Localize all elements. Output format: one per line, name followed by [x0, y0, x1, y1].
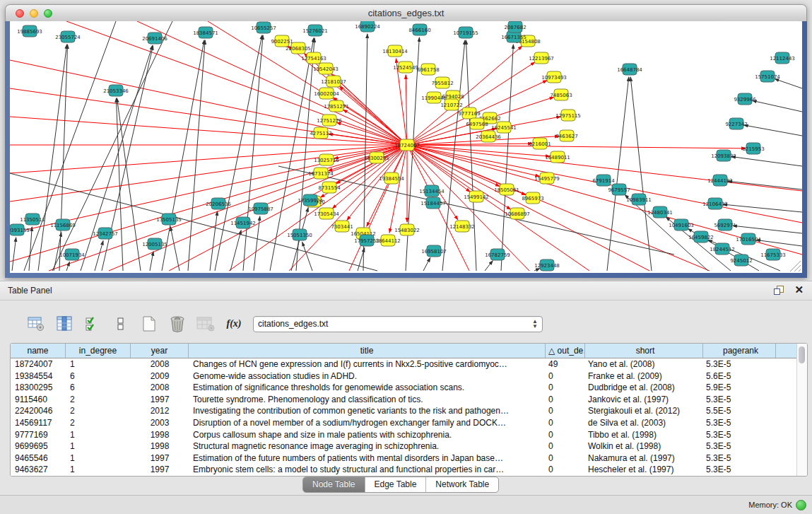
node-label: 12524549 [393, 65, 418, 71]
node-label: 15495779 [534, 176, 560, 182]
node-label: 17957253 [354, 238, 379, 244]
node-label: 12444183 [707, 178, 733, 184]
node-label: 15134454 [419, 189, 445, 194]
table-cell: 9465546 [11, 452, 66, 465]
table-row[interactable]: 1830029562008Estimation of significance … [11, 382, 796, 394]
table-cell: Tourette syndrome. Phenomenology and cla… [189, 394, 546, 406]
table-cell: Embryonic stem cells: a model to study s… [189, 464, 546, 476]
table-row[interactable]: 977716911998Corpus callosum shape and si… [11, 429, 796, 441]
node-label: 7955812 [431, 81, 453, 86]
table-cell: 1 [66, 452, 131, 465]
table-row[interactable]: 911546021997Tourette syndrome. Phenomeno… [11, 394, 796, 406]
tab-edge-table[interactable]: Edge Table [365, 477, 427, 492]
table-cell: 2 [66, 394, 131, 406]
node-label: 11675333 [760, 252, 786, 258]
tab-network-table[interactable]: Network Table [426, 477, 498, 492]
column-header-year[interactable]: year [131, 344, 189, 358]
table-type-tabs: Node TableEdge TableNetwork Table [302, 477, 499, 493]
rows-icon[interactable] [112, 315, 130, 333]
table-vertical-scrollbar[interactable] [796, 344, 807, 476]
table-row[interactable]: 969969511998Structural magnetic resonanc… [11, 440, 796, 452]
table-row[interactable]: 946554611997Estimation of the future num… [11, 452, 796, 465]
node-label: 15276021 [302, 28, 328, 34]
scrollbar-thumb[interactable] [799, 346, 805, 363]
node-label: 7303441 [331, 224, 353, 230]
table-panel-header: Table Panel ✕ [0, 281, 812, 300]
node-label: 15051350 [287, 233, 312, 238]
network-canvas[interactable]: 1872400716154808122139671097349374850631… [10, 21, 802, 273]
table-row[interactable]: 1872400712008Changes of HCN gene express… [11, 358, 796, 370]
table-cell: 5.3E-5 [703, 417, 776, 429]
network-graph[interactable]: 1872400716154808122139671097349374850631… [10, 21, 802, 273]
node-label: 5692971 [714, 223, 736, 228]
table-cell: de Silva et al. (2003) [585, 417, 703, 429]
new-document-icon[interactable] [140, 315, 158, 333]
column-header-pagerank[interactable]: pagerank [703, 344, 776, 358]
node-label: 8731554 [318, 185, 341, 191]
network-frame-border: 1872400716154808122139671097349374850631… [5, 21, 807, 278]
attribute-table: namein_degreeyeartitle△ out_de…shortpage… [10, 343, 808, 477]
table-cell: Stergiakouli et al. (2012) [585, 405, 703, 417]
table-cell: 0 [546, 382, 585, 394]
resize-grip-icon[interactable] [790, 261, 801, 271]
close-icon[interactable]: ✕ [794, 284, 804, 296]
column-header-short[interactable]: short [585, 344, 703, 358]
table-cell: 2009 [131, 370, 189, 382]
memory-status-label: Memory: OK [748, 501, 792, 509]
window-titlebar[interactable]: citations_edges.txt [5, 4, 807, 23]
table-cell: 0 [546, 417, 585, 429]
column-header-title[interactable]: title [189, 344, 546, 358]
table-cell: 1997 [131, 464, 189, 476]
node-label: 8466160 [408, 28, 430, 33]
table-cell: 5.3E-5 [703, 452, 776, 465]
delete-icon[interactable] [168, 315, 187, 333]
table-cell: 19384554 [11, 370, 66, 382]
table-row[interactable]: 2242004622012Investigating the contribut… [11, 405, 796, 417]
table-cell: 5.3E-5 [703, 358, 776, 370]
table-cell: Jankovic et al. (1997) [585, 394, 703, 406]
table-settings-icon[interactable] [27, 315, 45, 333]
node-label: 19384554 [379, 176, 404, 182]
node-label: 6961758 [417, 67, 439, 73]
float-window-icon[interactable] [774, 286, 784, 295]
node-label: 12975115 [555, 113, 581, 119]
table-cell: 1997 [131, 394, 189, 406]
table-cell: Dudbridge et al. (2008) [585, 382, 703, 394]
table-select-dropdown[interactable]: citations_edges.txt ▲▼ [253, 316, 543, 332]
table-row[interactable]: 1456911722003Disruption of a novel membe… [11, 417, 796, 429]
node-label: 8965973 [522, 196, 543, 201]
table-panel-title: Table Panel [8, 286, 52, 296]
node-label: 17305434 [314, 211, 339, 217]
table-header-row: namein_degreeyeartitle△ out_de…shortpage… [11, 344, 796, 358]
node-label: 10491603 [669, 223, 694, 228]
node-label: 17016504 [736, 237, 761, 243]
select-functions-icon[interactable] [83, 315, 102, 333]
node-label: 17359924 [298, 198, 323, 204]
node-label: 9679557 [608, 187, 630, 193]
node-label: 6497568 [466, 122, 488, 127]
select-columns-icon[interactable] [55, 315, 73, 333]
column-header-in_degree[interactable]: in_degree [66, 344, 131, 358]
column-header-name[interactable]: name [11, 344, 66, 358]
table-select-value: citations_edges.txt [258, 319, 532, 329]
node-label: 18244512 [710, 247, 735, 252]
node-label: 12480341 [647, 210, 673, 216]
table-cell: 0 [546, 370, 585, 382]
node-label: 16245541 [491, 125, 517, 131]
function-builder-icon[interactable]: f(x) [225, 315, 243, 333]
tab-node-table[interactable]: Node Table [303, 477, 365, 492]
table-row[interactable]: 946362711997Embryonic stem cells: a mode… [11, 464, 796, 476]
network-window: citations_edges.txt 18724007161548081221… [5, 4, 807, 278]
node-label: 17851271 [324, 104, 349, 110]
table-cell: 2008 [131, 382, 189, 394]
node-label: 12923448 [534, 263, 560, 269]
node-label: 12754163 [301, 56, 326, 62]
node-label: 10686897 [505, 211, 530, 217]
table-row[interactable]: 1938455462009Genome-wide association stu… [11, 370, 796, 382]
column-header-out_de[interactable]: △ out_de… [546, 344, 585, 358]
node-label: 13505135 [156, 217, 182, 223]
node-label: 15184457 [420, 201, 446, 206]
node-label: 18731374 [308, 171, 334, 177]
node-label: 12181037 [321, 79, 346, 85]
table-cell: Yano et al. (2008) [585, 358, 703, 370]
